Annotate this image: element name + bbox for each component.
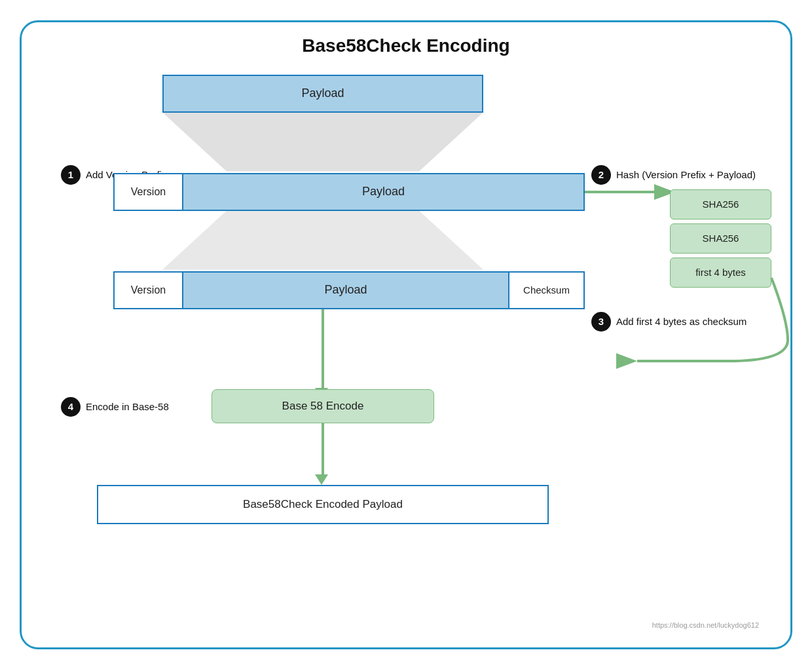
step4-circle: 4 — [61, 397, 81, 417]
diagram: Payload 1 Add Version Prefix Version Pay… — [41, 68, 771, 634]
funnel-top — [162, 113, 483, 172]
version-box: Version — [115, 174, 183, 210]
funnel-top-inner — [162, 113, 483, 172]
payload-top-box: Payload — [162, 75, 483, 113]
base58-encode-box: Base 58 Encode — [212, 389, 434, 423]
funnel-bottom-inner — [162, 211, 483, 270]
version-box-2: Version — [115, 273, 183, 308]
final-encoded-box: Base58Check Encoded Payload — [97, 485, 549, 524]
step3-label: 3 Add first 4 bytes as checksum — [591, 312, 747, 332]
step3-text: Add first 4 bytes as checksum — [616, 316, 747, 327]
outer-container: Base58Check Encoding Payload 1 Add Versi… — [20, 20, 792, 649]
step1-circle: 1 — [61, 165, 81, 185]
payload-middle-box: Payload — [183, 174, 583, 210]
step2-text: Hash (Version Prefix + Payload) — [616, 169, 756, 180]
step4-label: 4 Encode in Base-58 — [61, 397, 169, 417]
vpc-row: Version Payload Checksum — [113, 271, 585, 309]
version-payload-row: Version Payload — [113, 173, 585, 211]
arrow-down-2-head — [315, 474, 328, 485]
funnel-bottom — [162, 211, 483, 270]
watermark: https://blog.csdn.net/luckydog612 — [652, 621, 759, 629]
payload-bottom-box: Payload — [183, 273, 508, 308]
step4-text: Encode in Base-58 — [86, 401, 169, 412]
page-title: Base58Check Encoding — [302, 35, 509, 56]
payload-top-label: Payload — [301, 86, 344, 100]
checksum-box: Checksum — [508, 273, 583, 308]
arrow-down-2 — [322, 423, 324, 476]
arrow-down-1 — [322, 309, 324, 389]
step3-circle: 3 — [591, 312, 611, 332]
